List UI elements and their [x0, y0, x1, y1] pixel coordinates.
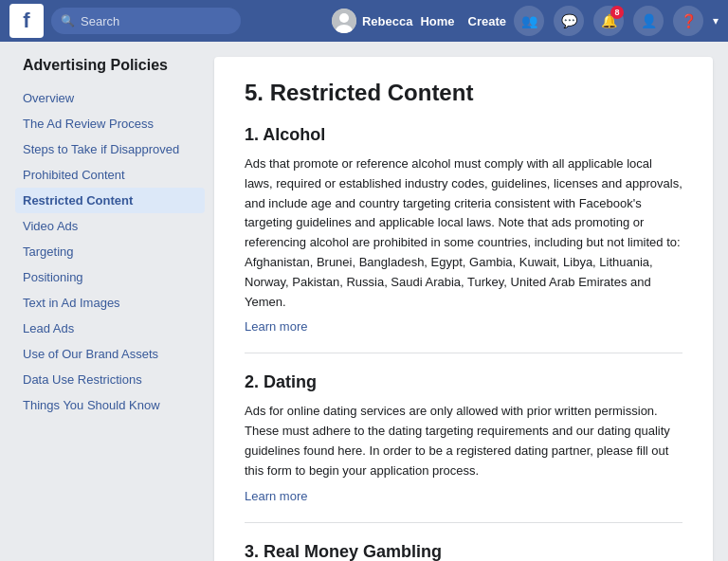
- section-title-alcohol: 1. Alcohol: [245, 125, 682, 145]
- nav-dropdown-arrow[interactable]: ▾: [713, 14, 719, 27]
- sidebar-link-targeting[interactable]: Targeting: [15, 239, 205, 264]
- create-link[interactable]: Create: [468, 14, 506, 28]
- sidebar-link-positioning[interactable]: Positioning: [15, 264, 205, 290]
- search-box[interactable]: 🔍: [51, 8, 241, 34]
- sidebar-link-prohibited-content[interactable]: Prohibited Content: [15, 162, 205, 188]
- nav-links: Home Create: [420, 14, 506, 28]
- section-title-gambling: 3. Real Money Gambling: [245, 542, 682, 561]
- notifications-icon[interactable]: 🔔 8: [593, 6, 624, 36]
- sidebar-nav: OverviewThe Ad Review ProcessSteps to Ta…: [15, 85, 205, 418]
- user-name: Rebecca: [362, 14, 412, 28]
- messages-icon[interactable]: 💬: [554, 6, 584, 36]
- sidebar-link-text-in-ad-images[interactable]: Text in Ad Images: [15, 290, 205, 316]
- page-title: 5. Restricted Content: [245, 80, 682, 106]
- user-profile[interactable]: Rebecca: [332, 9, 412, 33]
- help-icon[interactable]: ❓: [673, 6, 703, 36]
- avatar: [332, 9, 356, 33]
- section-divider-dating: [245, 522, 682, 523]
- sidebar-title: Advertising Policies: [15, 57, 205, 74]
- sidebar-link-overview[interactable]: Overview: [15, 85, 205, 111]
- section-text-alcohol: Ads that promote or reference alcohol mu…: [245, 154, 682, 312]
- top-navigation: f 🔍 Rebecca Home Create 👥 💬 🔔 8 👤 ❓ ▾: [0, 0, 728, 42]
- svg-point-1: [339, 13, 349, 23]
- friends-icon[interactable]: 👥: [514, 6, 544, 36]
- search-icon: 🔍: [61, 14, 75, 27]
- section-text-dating: Ads for online dating services are only …: [245, 402, 682, 480]
- search-input[interactable]: [81, 14, 213, 28]
- sidebar-link-video-ads[interactable]: Video Ads: [15, 213, 205, 239]
- page-wrapper: Advertising Policies OverviewThe Ad Revi…: [0, 42, 728, 561]
- sections-container: 1. AlcoholAds that promote or reference …: [245, 125, 682, 561]
- sidebar-link-brand-assets[interactable]: Use of Our Brand Assets: [15, 341, 205, 367]
- sidebar-link-ad-review[interactable]: The Ad Review Process: [15, 111, 205, 136]
- section-divider-alcohol: [245, 353, 682, 353]
- learn-more-alcohol[interactable]: Learn more: [245, 319, 682, 334]
- main-content: 5. Restricted Content 1. AlcoholAds that…: [214, 57, 713, 561]
- facebook-logo[interactable]: f: [9, 4, 44, 38]
- nav-icons: 👥 💬 🔔 8 👤 ❓ ▾: [514, 6, 719, 36]
- sidebar: Advertising Policies OverviewThe Ad Revi…: [15, 57, 214, 561]
- learn-more-dating[interactable]: Learn more: [245, 489, 682, 503]
- people-icon[interactable]: 👤: [633, 6, 664, 36]
- section-title-dating: 2. Dating: [245, 372, 682, 392]
- notification-badge: 8: [610, 6, 624, 19]
- sidebar-link-steps-disapproved[interactable]: Steps to Take if Disapproved: [15, 136, 205, 162]
- sidebar-link-things-you-should-know[interactable]: Things You Should Know: [15, 392, 205, 418]
- sidebar-link-data-use[interactable]: Data Use Restrictions: [15, 367, 205, 392]
- sidebar-link-restricted-content[interactable]: Restricted Content: [15, 188, 205, 213]
- sidebar-link-lead-ads[interactable]: Lead Ads: [15, 316, 205, 341]
- home-link[interactable]: Home: [420, 14, 454, 28]
